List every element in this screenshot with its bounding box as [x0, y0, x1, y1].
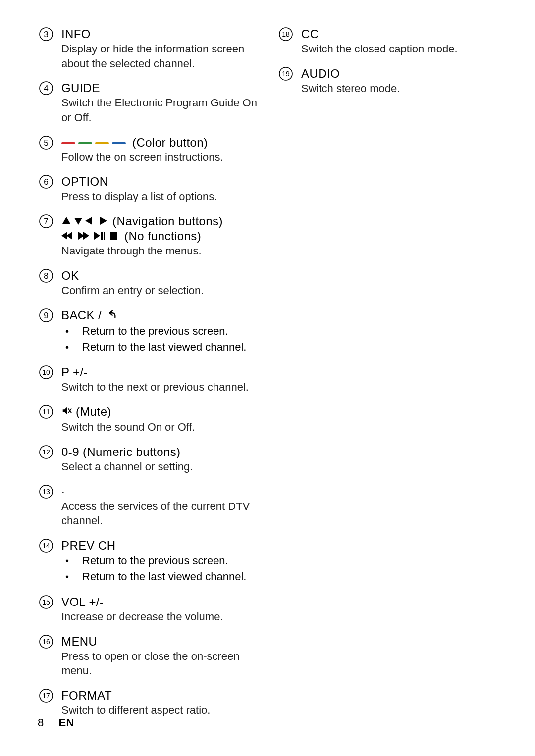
entry-body: MENUPress to open or close the on-screen…	[61, 633, 258, 678]
entry-description: Press to display a list of options.	[61, 189, 258, 204]
entry-body: OKConfirm an entry or selection.	[61, 267, 258, 298]
svg-marker-18	[94, 232, 100, 240]
entry-body: PREV CHReturn to the previous screen.Ret…	[61, 537, 258, 585]
entry-title: 0-9 (Numeric buttons)	[61, 445, 258, 459]
svg-text:10: 10	[42, 368, 50, 376]
list-item: 120-9 (Numeric buttons)Select a channel …	[38, 444, 258, 474]
entry-title: BACK /	[61, 308, 258, 324]
entry-title: (Color button)	[61, 135, 258, 150]
list-item: 19AUDIOSwitch stereo mode.	[277, 65, 497, 96]
entry-description: Display or hide the information screen a…	[61, 42, 258, 71]
svg-marker-12	[85, 217, 92, 225]
entry-bullets: Return to the previous screen.Return to …	[61, 323, 258, 355]
list-item: 3INFODisplay or hide the information scr…	[38, 26, 258, 71]
svg-rect-19	[101, 232, 103, 240]
entry-body: (Color button)Follow the on screen instr…	[61, 134, 258, 165]
entry-description: Navigate through the menus.	[61, 244, 258, 258]
entry-description: Press to open or close the on-screen men…	[61, 649, 258, 678]
svg-text:4: 4	[44, 84, 48, 93]
svg-text:14: 14	[42, 542, 50, 550]
circled-number-icon: 16	[38, 633, 54, 650]
entry-body: 0-9 (Numeric buttons)Select a channel or…	[61, 444, 258, 474]
list-item: 9BACK / Return to the previous screen.Re…	[38, 307, 258, 355]
list-item: 16MENUPress to open or close the on-scre…	[38, 633, 258, 678]
svg-text:7: 7	[44, 217, 48, 226]
entry-description: Confirm an entry or selection.	[61, 283, 258, 298]
svg-marker-13	[100, 217, 107, 225]
circled-number-icon: 17	[38, 687, 54, 704]
entry-title: PREV CH	[61, 538, 258, 553]
entry-body: P +/-Switch to the next or previous chan…	[61, 364, 258, 395]
manual-page: 3INFODisplay or hide the information scr…	[0, 0, 535, 756]
entry-description: Switch the closed caption mode.	[301, 42, 497, 56]
color-dash-blue-icon	[112, 142, 126, 144]
svg-text:6: 6	[44, 177, 48, 187]
entry-description: Switch the Electronic Program Guide On o…	[61, 96, 258, 125]
svg-rect-21	[110, 232, 117, 240]
circled-number-icon: 14	[38, 537, 54, 554]
svg-text:15: 15	[42, 598, 50, 606]
circled-number-icon: 9	[38, 307, 54, 324]
entry-description: Switch stereo mode.	[301, 81, 497, 96]
entry-description: Switch to different aspect ratio.	[61, 703, 258, 718]
subtitle-text: (No functions)	[124, 229, 201, 243]
entry-title: VOL +/-	[61, 595, 258, 609]
svg-text:16: 16	[42, 638, 50, 646]
list-item: 7 (Navigation buttons) (No functions)Nav…	[38, 213, 258, 258]
title-text: (Color button)	[132, 136, 208, 149]
entry-title: ·	[61, 484, 258, 499]
media-icons-icon	[61, 231, 121, 244]
list-item: 11 (Mute)Switch the sound On or Off.	[38, 403, 258, 435]
circled-number-icon: 7	[38, 213, 54, 230]
circled-number-icon: 5	[38, 134, 54, 151]
entry-description: Select a channel or setting.	[61, 459, 258, 474]
svg-rect-20	[104, 232, 105, 240]
entry-bullets: Return to the previous screen.Return to …	[61, 553, 258, 585]
circled-number-icon: 19	[277, 65, 294, 82]
entry-body: AUDIOSwitch stereo mode.	[301, 65, 497, 96]
list-item: 18CCSwitch the closed caption mode.	[277, 26, 497, 56]
entry-body: INFODisplay or hide the information scre…	[61, 26, 258, 71]
entry-description: Switch the sound On or Off.	[61, 420, 258, 435]
circled-number-icon: 13	[38, 483, 54, 500]
entry-title: INFO	[61, 27, 258, 42]
entry-title: AUDIO	[301, 66, 497, 81]
list-item: 4GUIDESwitch the Electronic Program Guid…	[38, 80, 258, 125]
svg-text:11: 11	[42, 408, 50, 416]
title-text: BACK /	[61, 308, 102, 322]
circled-number-icon: 6	[38, 173, 54, 190]
list-item: 17FORMATSwitch to different aspect ratio…	[38, 687, 258, 718]
entry-description: Access the services of the current DTV c…	[61, 499, 258, 528]
entry-body: (Navigation buttons) (No functions)Navig…	[61, 213, 258, 258]
entry-body: ·Access the services of the current DTV …	[61, 483, 258, 528]
svg-text:9: 9	[44, 310, 48, 320]
list-item: 8OKConfirm an entry or selection.	[38, 267, 258, 298]
language-code: EN	[58, 716, 74, 729]
page-footer: 8 EN	[38, 716, 74, 729]
bullet-item: Return to the last viewed channel.	[65, 569, 258, 585]
svg-marker-17	[83, 232, 89, 240]
svg-marker-10	[62, 217, 70, 224]
circled-number-icon: 3	[38, 26, 54, 43]
entry-title: GUIDE	[61, 81, 258, 96]
entry-title: P +/-	[61, 365, 258, 380]
svg-text:8: 8	[44, 271, 48, 280]
svg-text:5: 5	[44, 138, 48, 147]
svg-text:17: 17	[42, 692, 50, 700]
circled-number-icon: 10	[38, 364, 54, 381]
svg-text:19: 19	[282, 70, 290, 78]
bullet-item: Return to the previous screen.	[65, 323, 258, 339]
right-column: 18CCSwitch the closed caption mode.19AUD…	[277, 26, 497, 727]
entry-description: Follow the on screen instructions.	[61, 150, 258, 165]
color-dash-yellow-icon	[95, 142, 109, 144]
entry-description: Switch to the next or previous channel.	[61, 380, 258, 395]
entry-body: VOL +/-Increase or decrease the volume.	[61, 594, 258, 624]
back-icon	[106, 308, 117, 323]
nav-arrows-icon	[61, 216, 109, 229]
left-column: 3INFODisplay or hide the information scr…	[38, 26, 258, 727]
list-item: 5 (Color button)Follow the on screen ins…	[38, 134, 258, 165]
circled-number-icon: 4	[38, 80, 54, 97]
mute-icon	[61, 405, 72, 420]
color-dash-green-icon	[78, 142, 92, 144]
entry-title: (Navigation buttons) (No functions)	[61, 214, 258, 244]
